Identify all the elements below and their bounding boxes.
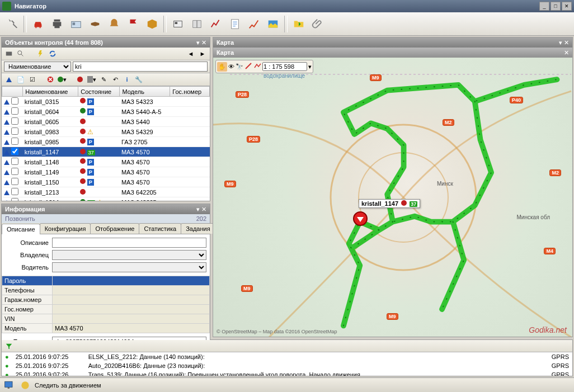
row-checkbox[interactable] xyxy=(11,117,18,125)
column-header[interactable]: Гос.номер xyxy=(170,87,210,97)
table-row[interactable]: kristall_1149 P МАЗ 4570 xyxy=(2,167,210,177)
pen-icon[interactable]: ✎ xyxy=(98,74,109,84)
status-dot-icon[interactable] xyxy=(75,74,85,84)
eye-icon[interactable]: 👁 xyxy=(228,63,234,70)
row-checkbox[interactable] xyxy=(11,188,18,195)
minimize-button[interactable]: _ xyxy=(539,2,549,11)
info-row[interactable]: МодельМАЗ 4570 xyxy=(2,324,210,333)
tab-3[interactable]: Статистика xyxy=(139,223,181,234)
undo-icon[interactable]: ↶ xyxy=(110,74,120,84)
attach-icon[interactable] xyxy=(309,15,327,33)
column-header[interactable]: Состояние xyxy=(78,87,120,97)
hand-icon[interactable]: ✋ xyxy=(217,62,227,72)
book-icon[interactable] xyxy=(188,15,206,33)
close-button[interactable]: ✕ xyxy=(562,2,572,11)
printer-icon[interactable] xyxy=(48,15,66,33)
table-row[interactable]: kristall_1213 МАЗ 642205 xyxy=(2,187,210,197)
info-row[interactable]: Гос.номер xyxy=(2,305,210,314)
row-checkbox[interactable] xyxy=(11,107,18,115)
fill-icon[interactable]: ▾ xyxy=(87,74,97,84)
tri-icon[interactable] xyxy=(4,74,14,84)
table-row[interactable]: kristall_1147 37 МАЗ 4570 xyxy=(2,147,210,157)
doc-icon[interactable]: 📄 xyxy=(16,74,26,84)
table-row[interactable]: kristall_0604 P МАЗ 5440-A-5 xyxy=(2,107,210,117)
row-checkbox[interactable] xyxy=(11,127,18,135)
flash-icon[interactable] xyxy=(36,49,46,59)
wrench-small-icon[interactable]: 🔧 xyxy=(134,74,144,84)
info-icon[interactable]: i xyxy=(122,74,132,84)
graph-edit-icon[interactable] xyxy=(245,15,263,33)
users-icon[interactable] xyxy=(86,15,104,33)
row-checkbox[interactable] xyxy=(11,158,18,165)
table-row[interactable]: kristall_0985 P ГАЗ 2705 xyxy=(2,137,210,147)
arrow-right-icon[interactable]: ► xyxy=(197,49,208,59)
tab-2[interactable]: Отображение xyxy=(90,223,139,234)
box-icon[interactable] xyxy=(143,15,161,33)
report-icon[interactable] xyxy=(226,15,244,33)
scale-input[interactable] xyxy=(262,62,307,71)
row-checkbox[interactable] xyxy=(11,148,18,155)
table-row[interactable]: kristall_1148 P МАЗ 4570 xyxy=(2,157,210,167)
svg-rect-12 xyxy=(8,388,10,389)
route-icon[interactable] xyxy=(244,62,252,71)
info-panel-close-icon[interactable]: ▾ ✕ xyxy=(196,206,206,213)
row-checkbox[interactable] xyxy=(11,168,18,175)
desc-input[interactable] xyxy=(52,238,206,248)
map-canvas[interactable]: P28 P28 M9 P40 M2 M2 M4 M9 M9 M9 Минск М… xyxy=(213,58,572,337)
dot-down-icon[interactable]: ▾ xyxy=(57,74,67,84)
owner-select[interactable] xyxy=(52,250,206,260)
sync-icon[interactable] xyxy=(48,49,58,59)
cancel-icon[interactable] xyxy=(45,74,55,84)
column-header[interactable] xyxy=(2,87,23,97)
image-icon[interactable] xyxy=(264,15,282,33)
map-panel-close-icon[interactable]: ▾ ✕ xyxy=(559,39,569,46)
info-row[interactable]: Телефоны xyxy=(2,286,210,295)
info-row[interactable]: VIN xyxy=(2,314,210,324)
table-row[interactable]: kristall_1150 P МАЗ 4570 xyxy=(2,177,210,187)
card-icon[interactable] xyxy=(67,15,85,33)
vehicle-marker[interactable]: kristall_1147 37 xyxy=(353,211,368,226)
device-icon[interactable] xyxy=(169,15,187,33)
objects-panel: Объекты контроля (44 from 808) ▾ ✕ ◄ ► Н… xyxy=(1,37,210,201)
check-icon[interactable]: ☑ xyxy=(27,74,37,84)
info-row[interactable]: Гараж.номер xyxy=(2,295,210,305)
row-checkbox[interactable] xyxy=(11,178,18,185)
tab-4[interactable]: Задания xyxy=(181,223,215,234)
filter-icon[interactable] xyxy=(4,341,14,351)
binoculars-icon[interactable]: 🔭 xyxy=(236,63,243,70)
column-header[interactable]: Модель xyxy=(120,87,170,97)
row-checkbox[interactable] xyxy=(11,138,18,145)
driver-select[interactable] xyxy=(52,262,206,272)
column-header[interactable]: Наименование xyxy=(23,87,78,97)
row-checkbox[interactable] xyxy=(11,198,18,201)
table-row[interactable]: kristall_0605 МАЗ 5440 xyxy=(2,117,210,127)
watermark: Godika.net xyxy=(529,325,567,334)
map-attribution: © OpenStreetMap – Map data ©2016 OpenStr… xyxy=(217,329,337,334)
print-icon[interactable] xyxy=(4,49,14,59)
folder-open-icon[interactable] xyxy=(290,15,308,33)
map-inner-close-icon[interactable]: ✕ xyxy=(564,49,569,56)
maximize-button[interactable]: □ xyxy=(551,2,561,11)
call-label[interactable]: Позвонить xyxy=(5,215,35,222)
wrench-icon[interactable] xyxy=(3,15,21,33)
table-row[interactable]: kristall_0315 P МАЗ 54323 xyxy=(2,97,210,107)
bell-icon[interactable] xyxy=(105,15,123,33)
name-filter-select[interactable]: Наименование xyxy=(4,62,71,72)
table-row[interactable]: kristall_1214 19 ⚠МАЗ 642205 xyxy=(2,197,210,201)
car-icon[interactable] xyxy=(29,15,47,33)
panel-menu-icon[interactable]: ▾ ✕ xyxy=(196,39,206,46)
search-input[interactable] xyxy=(73,62,208,72)
table-row[interactable]: kristall_0983 ⚠МАЗ 54329 xyxy=(2,127,210,137)
row-checkbox[interactable] xyxy=(11,97,18,105)
scale-dropdown-icon[interactable]: ▾ xyxy=(308,63,312,70)
polyline-icon[interactable] xyxy=(253,62,261,71)
tab-1[interactable]: Конфигурация xyxy=(40,223,91,234)
arrow-left-icon[interactable]: ◄ xyxy=(186,49,196,59)
search-icon[interactable] xyxy=(16,49,26,59)
flag-icon[interactable] xyxy=(124,15,142,33)
tab-0[interactable]: Описание xyxy=(2,224,40,234)
objects-panel-title: Объекты контроля (44 from 808) ▾ ✕ xyxy=(2,37,210,48)
info-panel-title: Информация ▾ ✕ xyxy=(2,204,210,214)
info-row[interactable]: Пароль xyxy=(2,276,210,286)
chart-icon[interactable] xyxy=(207,15,225,33)
